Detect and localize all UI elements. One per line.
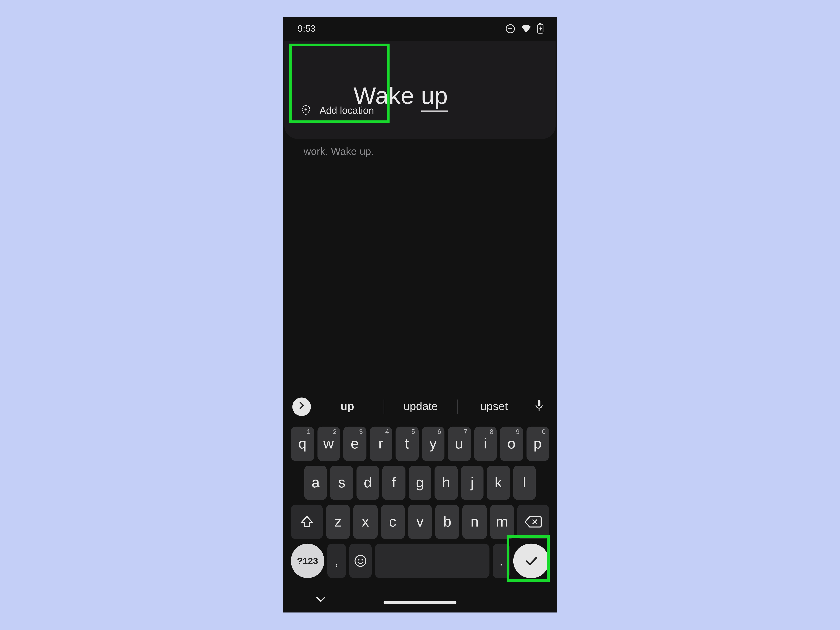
- key-o[interactable]: o9: [500, 427, 523, 461]
- title-card: Wake up Add location: [284, 41, 556, 139]
- chevron-right-icon: [296, 400, 307, 413]
- keyboard-row-3: z x c v b n m: [286, 503, 554, 542]
- key-j[interactable]: j: [461, 466, 483, 500]
- check-icon: [523, 553, 539, 569]
- svg-point-12: [362, 559, 363, 561]
- key-n[interactable]: n: [463, 505, 486, 539]
- key-emoji[interactable]: [349, 544, 372, 578]
- key-e[interactable]: e3: [343, 427, 366, 461]
- status-time: 9:53: [298, 23, 316, 33]
- home-gesture-pill[interactable]: [384, 601, 456, 604]
- key-l[interactable]: l: [513, 466, 536, 500]
- key-comma[interactable]: ,: [327, 544, 346, 578]
- key-r[interactable]: r4: [369, 427, 392, 461]
- key-i[interactable]: i8: [474, 427, 497, 461]
- key-z[interactable]: z: [326, 505, 350, 539]
- key-g[interactable]: g: [409, 466, 431, 500]
- phone-frame: 9:53 Wake up Add: [283, 17, 557, 613]
- key-s[interactable]: s: [330, 466, 353, 500]
- key-h[interactable]: h: [435, 466, 458, 500]
- navigation-bar: [283, 592, 557, 613]
- key-shift[interactable]: [291, 505, 323, 539]
- key-u[interactable]: u7: [448, 427, 471, 461]
- svg-point-10: [355, 555, 366, 566]
- status-icons: [505, 23, 544, 33]
- note-placeholder: work. Wake up.: [303, 145, 374, 157]
- key-y[interactable]: y6: [422, 427, 445, 461]
- keyboard-row-2: a s d f g h j k l: [286, 464, 554, 503]
- svg-rect-6: [538, 400, 540, 406]
- suggestion-words: up update upset: [311, 399, 531, 414]
- suggestion-1[interactable]: up: [311, 400, 384, 413]
- voice-input-button[interactable]: [531, 399, 548, 415]
- suggestion-3[interactable]: upset: [458, 400, 531, 413]
- shift-icon: [300, 515, 314, 529]
- keyboard: q1 w2 e3 r4 t5 y6 u7 i8 o9 p0 a s d f g …: [283, 423, 557, 613]
- key-b[interactable]: b: [435, 505, 459, 539]
- key-m[interactable]: m: [490, 505, 514, 539]
- microphone-icon: [534, 399, 544, 415]
- note-body-input[interactable]: work. Wake up.: [303, 145, 544, 157]
- title-input[interactable]: Wake up: [299, 54, 448, 139]
- key-x[interactable]: x: [354, 505, 377, 539]
- hide-keyboard-button[interactable]: [315, 594, 327, 606]
- key-a[interactable]: a: [304, 466, 327, 500]
- battery-icon: [537, 23, 544, 33]
- key-period[interactable]: .: [493, 544, 510, 578]
- key-v[interactable]: v: [408, 505, 432, 539]
- title-word-2-underlined: up: [421, 82, 448, 112]
- suggestion-2[interactable]: update: [384, 400, 457, 413]
- key-symbols[interactable]: ?123: [291, 544, 324, 578]
- keyboard-suggestion-strip: up update upset: [283, 390, 557, 423]
- wifi-icon: [521, 24, 532, 33]
- key-d[interactable]: d: [357, 466, 379, 500]
- emoji-icon: [353, 554, 368, 568]
- location-plus-icon: [300, 104, 311, 116]
- add-location-button[interactable]: Add location: [300, 104, 374, 116]
- svg-point-11: [358, 559, 360, 561]
- key-enter[interactable]: [513, 544, 549, 578]
- key-q[interactable]: q1: [291, 427, 314, 461]
- key-space[interactable]: [375, 544, 489, 578]
- key-f[interactable]: f: [382, 466, 405, 500]
- key-k[interactable]: k: [487, 466, 510, 500]
- svg-rect-3: [539, 23, 542, 24]
- backspace-icon: [524, 515, 542, 529]
- key-w[interactable]: w2: [317, 427, 340, 461]
- key-backspace[interactable]: [517, 505, 549, 539]
- dnd-icon: [505, 24, 515, 33]
- keyboard-row-1: q1 w2 e3 r4 t5 y6 u7 i8 o9 p0: [286, 425, 554, 464]
- chevron-down-icon: [315, 595, 327, 603]
- key-c[interactable]: c: [381, 505, 405, 539]
- key-t[interactable]: t5: [396, 427, 418, 461]
- expand-toolbar-button[interactable]: [292, 398, 311, 416]
- status-bar: 9:53: [283, 17, 557, 40]
- add-location-label: Add location: [319, 104, 374, 116]
- keyboard-row-4: ?123 , .: [286, 542, 554, 581]
- key-p[interactable]: p0: [526, 427, 549, 461]
